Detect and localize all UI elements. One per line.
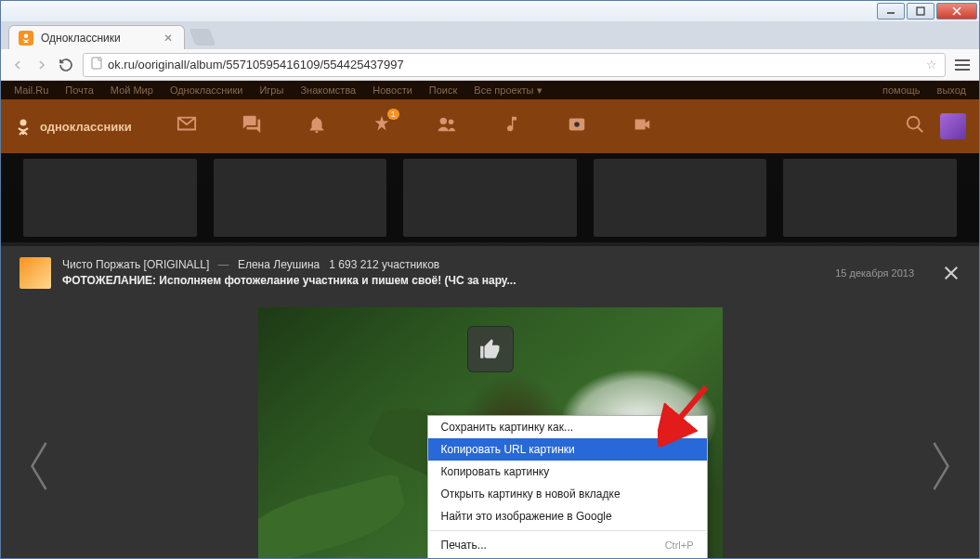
new-tab-button[interactable] (189, 29, 216, 46)
prev-photo-button[interactable] (25, 438, 53, 498)
ctx-shortcut: Ctrl+P (665, 540, 694, 551)
minimize-button[interactable] (877, 3, 905, 20)
chrome-menu-button[interactable] (955, 59, 970, 71)
ctx-copy-image-url[interactable]: Копировать URL картинки (428, 438, 707, 461)
next-photo-button[interactable] (927, 438, 955, 498)
svg-point-4 (24, 33, 29, 38)
members-count: 1 693 212 участников (329, 258, 439, 271)
photo-meta-line: Чисто Поржать [ORIGINALL] — Елена Леушин… (62, 257, 824, 273)
page-content: Mail.Ru Почта Мой Мир Одноклассники Игры… (1, 81, 979, 558)
ctx-open-image-new-tab[interactable]: Открыть картинку в новой вкладке (428, 483, 707, 505)
tab-title: Одноклассники (41, 32, 121, 45)
svg-rect-1 (917, 7, 924, 15)
reload-button[interactable] (59, 58, 73, 72)
photo-lightbox: Чисто Поржать [ORIGINALL] — Елена Леушин… (1, 81, 979, 558)
album-title[interactable]: ФОТОЖЕЛАНИЕ: Исполняем фотожелание участ… (62, 273, 824, 289)
ctx-search-google-image[interactable]: Найти это изображение в Google (428, 505, 707, 527)
context-menu: Сохранить картинку как... Копировать URL… (427, 415, 708, 558)
like-button[interactable] (467, 326, 514, 372)
ctx-print[interactable]: Печать... Ctrl+P (428, 534, 707, 556)
group-avatar[interactable] (20, 257, 51, 289)
close-window-button[interactable] (936, 3, 977, 20)
photo-date: 15 декабря 2013 (835, 267, 914, 279)
photo-image[interactable]: PC4ME.RU Сохранить картинку как... Копир… (258, 307, 723, 558)
url-input[interactable]: ok.ru/ooriginall/album/55710595416109/55… (83, 53, 946, 77)
tab-close-icon[interactable]: ✕ (162, 32, 175, 45)
bookmark-star-icon[interactable]: ☆ (926, 58, 937, 72)
lightbox-close-button[interactable] (942, 264, 960, 282)
forward-button[interactable] (34, 58, 49, 72)
back-button[interactable] (10, 58, 25, 72)
svg-rect-5 (92, 58, 101, 69)
ok-favicon-icon (19, 31, 33, 46)
browser-tab-strip: Одноклассники ✕ (1, 21, 979, 49)
ctx-save-image-as[interactable]: Сохранить картинку как... (428, 416, 707, 438)
ctx-copy-image[interactable]: Копировать картинку (428, 461, 707, 483)
window-title-bar (1, 1, 979, 21)
group-name-link[interactable]: Чисто Поржать [ORIGINALL] (62, 258, 209, 271)
address-bar: ok.ru/ooriginall/album/55710595416109/55… (1, 49, 979, 81)
url-text: ok.ru/ooriginall/album/55710595416109/55… (108, 58, 404, 72)
browser-tab[interactable]: Одноклассники ✕ (8, 25, 185, 49)
author-name[interactable]: Елена Леушина (238, 258, 320, 271)
ctx-separator (429, 530, 706, 531)
page-icon (91, 57, 102, 72)
maximize-button[interactable] (907, 3, 934, 20)
